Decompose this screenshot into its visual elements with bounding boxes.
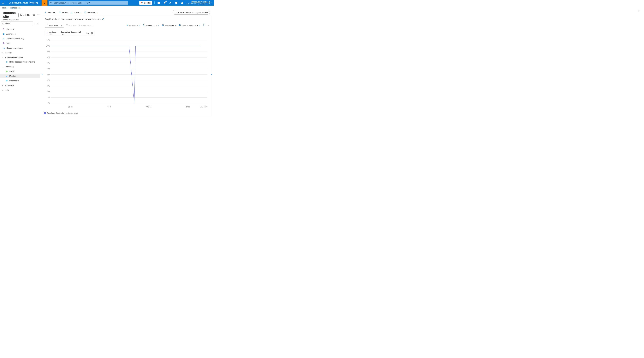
chevron-right-icon: › (2, 84, 4, 87)
apply-splitting-button[interactable]: Apply splitting (78, 24, 93, 26)
main-content: ✕ New chart Refresh Share ⌄ Feedback ⌄ (40, 9, 214, 119)
button-label: New alert rule (165, 24, 176, 26)
sidebar-item-metrics[interactable]: Metrics (0, 74, 40, 78)
svg-rect-29 (6, 76, 7, 77)
svg-point-24 (4, 47, 4, 48)
resource-name: contoso-site (3, 11, 17, 19)
settings-icon[interactable] (168, 0, 173, 6)
help-icon[interactable] (173, 0, 179, 6)
svg-point-41 (47, 33, 47, 33)
chart-more-button[interactable]: ⋯ (207, 24, 209, 26)
bug-icon[interactable] (42, 0, 48, 6)
chart-prev-button[interactable]: ‹ (42, 73, 42, 76)
sidebar-group-monitoring[interactable]: ⌄ Monitoring (0, 64, 40, 69)
people-icon (3, 37, 5, 40)
sidebar-search-input[interactable] (4, 22, 32, 25)
resource-type: Mobile Network Site (3, 19, 40, 21)
svg-point-36 (79, 26, 79, 26)
user-account[interactable]: chrisqpublic@contoso.c… CONTOSO, LTD. (C… (186, 1, 212, 5)
svg-rect-18 (4, 33, 4, 34)
svg-text:Wed 15: Wed 15 (146, 105, 152, 108)
notifications-icon[interactable]: 1 (162, 0, 168, 6)
tag-icon (3, 42, 5, 44)
button-label: Apply splitting (81, 24, 93, 26)
svg-rect-1 (2, 3, 4, 3)
time-range-label: Local Time: Last 24 hours (15 minutes) (175, 11, 208, 14)
expand-collapse-icon[interactable]: ◇ (34, 23, 36, 25)
sidebar-group-automation[interactable]: › Automation (0, 83, 40, 88)
chevron-down-icon: ⌄ (2, 66, 4, 68)
drill-logs-button[interactable]: Drill into Logs ⌄ (142, 24, 160, 26)
global-search[interactable] (49, 1, 128, 5)
collapse-panel-icon[interactable]: « (36, 23, 39, 24)
sidebar-item-tags[interactable]: Tags (0, 41, 40, 46)
search-icon (2, 23, 4, 24)
add-metric-chevron[interactable]: ⌄ (60, 24, 64, 26)
sidebar-group-physical[interactable]: ⌄ Physical infrastructure (0, 55, 40, 60)
user-email: chrisqpublic@contoso.c… (186, 1, 212, 3)
add-metric-button[interactable]: Add metric ⌄ (45, 23, 64, 28)
metric-chip[interactable]: contoso-site, Correlated Successful Ha… … (45, 30, 94, 36)
refresh-button[interactable]: Refresh (59, 11, 68, 14)
chart-type-selector[interactable]: Line chart ⌄ (126, 24, 140, 26)
chevron-down-icon: ⌄ (138, 24, 140, 26)
global-search-input[interactable] (54, 2, 128, 4)
breadcrumb-home[interactable]: Home (2, 7, 8, 9)
save-dashboard-button[interactable]: Save to dashboard ⌄ (179, 24, 200, 26)
new-alert-rule-button[interactable]: New alert rule (162, 24, 176, 26)
copilot-icon (141, 2, 143, 4)
sidebar-item-activity-log[interactable]: Activity log (0, 32, 40, 36)
chevron-down-icon: ⌄ (158, 24, 160, 26)
feedback-button[interactable]: Feedback ⌄ (84, 11, 98, 14)
time-range-selector[interactable]: Local Time: Last 24 hours (15 minutes) (172, 10, 210, 15)
chevron-right-icon: › (2, 89, 4, 91)
favorite-button[interactable]: ☆ (32, 13, 36, 17)
edit-title-button[interactable] (102, 18, 104, 21)
breadcrumb-current[interactable]: contoso-site (10, 7, 20, 9)
sidebar-item-label: Alerts (9, 70, 39, 73)
sidebar-search[interactable] (1, 22, 33, 25)
chart-settings-button[interactable] (202, 24, 204, 26)
svg-point-33 (84, 12, 85, 12)
svg-text:40%: 40% (47, 79, 50, 81)
sidebar-item-label: Tags (6, 42, 39, 44)
new-chart-button[interactable]: New chart (44, 11, 56, 14)
chart-next-button[interactable]: › (211, 73, 212, 76)
sidebar-item-label: Metrics (9, 75, 39, 77)
sidebar-item-alerts[interactable]: Alerts (0, 69, 40, 74)
svg-point-16 (4, 29, 4, 29)
sidebar-item-access-control[interactable]: Access control (IAM) (0, 36, 40, 41)
sidebar-group-label: Automation (5, 84, 14, 87)
svg-text:12 PM: 12 PM (68, 105, 72, 108)
sidebar-item-resource-visualizer[interactable]: Resource visualizer (0, 46, 40, 50)
share-button[interactable]: Share ⌄ (71, 11, 82, 14)
split-icon (78, 24, 80, 26)
button-label: New chart (48, 11, 56, 14)
gear-icon (202, 24, 204, 26)
workbooks-icon (6, 80, 8, 82)
cloud-shell-icon[interactable] (156, 0, 162, 6)
sidebar-item-ran-insights[interactable]: Radio access network insights (0, 60, 40, 64)
add-filter-button[interactable]: Add filter (66, 24, 76, 26)
sidebar-group-settings[interactable]: › Settings (0, 50, 40, 55)
sidebar-item-overview[interactable]: Overview (0, 27, 40, 32)
svg-text:30%: 30% (47, 85, 50, 87)
tenant-name[interactable]: Contoso, Ltd. Azure (Preview) (9, 2, 38, 4)
metric-name: Correlated Successful Ha… (61, 31, 85, 35)
svg-rect-30 (7, 75, 7, 77)
hamburger-menu[interactable] (0, 0, 6, 6)
sidebar-item-workbooks[interactable]: Workbooks (0, 78, 40, 83)
button-label: Feedback (87, 11, 95, 14)
button-label: Add filter (69, 24, 76, 26)
remove-metric-button[interactable]: ✕ (90, 32, 93, 34)
plus-icon (46, 24, 48, 26)
button-label: Drill into Logs (146, 24, 157, 26)
svg-point-40 (203, 25, 204, 26)
feedback-top-icon[interactable] (179, 0, 185, 6)
copilot-button[interactable]: Copilot (139, 1, 152, 5)
svg-rect-7 (158, 2, 160, 4)
page-title: contoso-site | Metrics ☆ ⋯ (3, 11, 40, 19)
chart-title: Avg Correlated Successful Handovers for … (42, 16, 211, 22)
metric-scope: contoso-site, (49, 31, 60, 35)
sidebar-group-help[interactable]: › Help (0, 88, 40, 92)
